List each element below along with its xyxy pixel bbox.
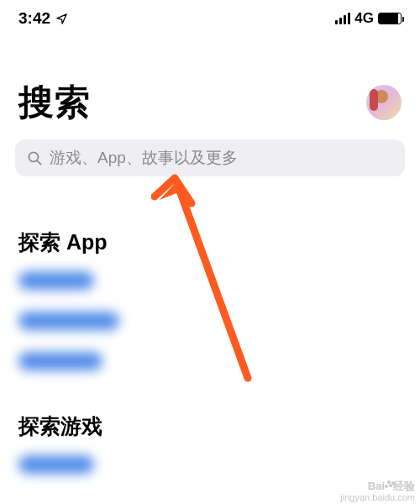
section-title: 探索游戏 [18, 412, 402, 440]
profile-avatar[interactable] [366, 85, 402, 120]
section-explore-games: 探索游戏 [0, 412, 420, 474]
status-time: 3:42 [18, 9, 50, 28]
page-header: 搜索 [0, 30, 420, 134]
search-input[interactable] [50, 149, 393, 167]
signal-strength-icon [335, 13, 350, 24]
network-type-label: 4G [354, 10, 374, 27]
search-icon [27, 150, 43, 166]
battery-icon [378, 13, 402, 24]
search-field[interactable] [15, 139, 405, 176]
section-explore-apps: 探索 App [0, 228, 420, 370]
watermark-url: jingyan.baidu.com [340, 492, 415, 502]
suggestion-item[interactable] [18, 271, 94, 290]
svg-line-1 [37, 160, 41, 165]
watermark: Bai经验 jingyan.baidu.com [340, 480, 415, 502]
status-bar: 3:42 4G [0, 0, 420, 30]
suggestion-item[interactable] [18, 312, 119, 330]
suggestion-item[interactable] [18, 455, 94, 474]
page-title: 搜索 [18, 79, 91, 126]
suggestion-item[interactable] [18, 352, 102, 370]
section-title: 探索 App [18, 228, 402, 256]
paw-icon [385, 481, 393, 490]
location-services-icon [55, 13, 68, 25]
status-left: 3:42 [18, 9, 68, 28]
status-right: 4G [335, 10, 402, 27]
watermark-brand: Bai [368, 480, 385, 492]
watermark-brand2: 经验 [393, 480, 415, 492]
